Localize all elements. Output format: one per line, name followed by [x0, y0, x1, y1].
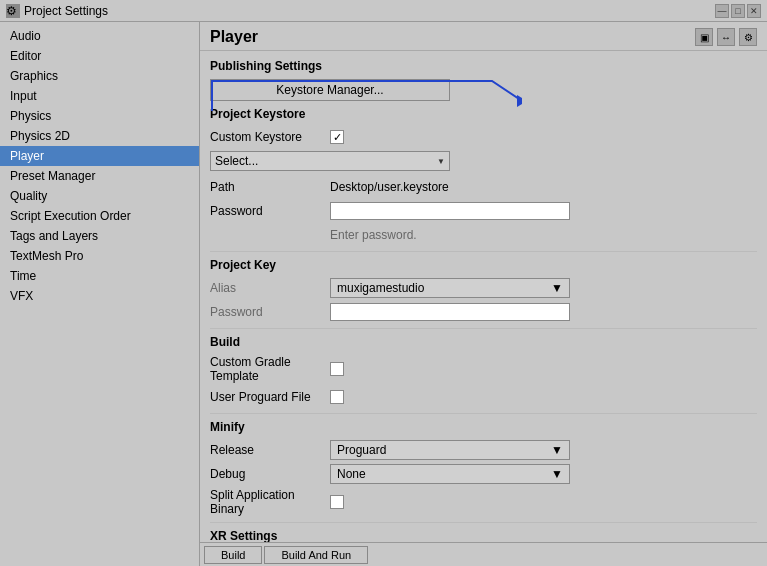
minify-release-arrow-icon: ▼ [551, 443, 563, 457]
minify-title: Minify [210, 420, 757, 434]
minify-release-row: Release Proguard ▼ [210, 440, 757, 460]
minify-release-dropdown[interactable]: Proguard ▼ [330, 440, 570, 460]
project-key-password-input[interactable] [330, 303, 570, 321]
publishing-settings-title: Publishing Settings [210, 59, 757, 73]
split-app-checkbox[interactable] [330, 495, 344, 509]
title-bar: ⚙ Project Settings — □ ✕ [0, 0, 767, 22]
minify-debug-arrow-icon: ▼ [551, 467, 563, 481]
path-row: Path Desktop/user.keystore [210, 177, 757, 197]
window-icon: ⚙ [6, 4, 20, 18]
content-header: Player ▣ ↔ ⚙ [200, 22, 767, 51]
custom-gradle-checkbox[interactable] [330, 362, 344, 376]
alias-dropdown[interactable]: muxigamestudio ▼ [330, 278, 570, 298]
sidebar-item-player[interactable]: Player [0, 146, 199, 166]
user-proguard-row: User Proguard File [210, 387, 757, 407]
sidebar-item-tagsandlayers[interactable]: Tags and Layers [0, 226, 199, 246]
sidebar-item-audio[interactable]: Audio [0, 26, 199, 46]
keystore-manager-row: Keystore Manager... [210, 79, 757, 101]
layout-icon-button[interactable]: ▣ [695, 28, 713, 46]
alias-dropdown-arrow-icon: ▼ [551, 281, 563, 295]
content-scroll[interactable]: Publishing Settings Keystore Manager... … [200, 51, 767, 542]
user-proguard-label: User Proguard File [210, 390, 330, 404]
keystore-select-label: Select... [215, 154, 258, 168]
main-panel: Publishing Settings Keystore Manager... … [200, 51, 767, 542]
sidebar-item-graphics[interactable]: Graphics [0, 66, 199, 86]
minify-release-value: Proguard [337, 443, 386, 457]
window-controls: — □ ✕ [715, 4, 761, 18]
divider-1 [210, 251, 757, 252]
path-label: Path [210, 180, 330, 194]
window-title: Project Settings [24, 4, 715, 18]
minify-release-label: Release [210, 443, 330, 457]
build-button[interactable]: Build [204, 546, 262, 564]
sidebar-item-quality[interactable]: Quality [0, 186, 199, 206]
split-app-row: Split Application Binary [210, 488, 757, 516]
custom-keystore-checkbox[interactable] [330, 130, 344, 144]
user-proguard-checkbox[interactable] [330, 390, 344, 404]
project-key-title: Project Key [210, 258, 757, 272]
svg-marker-0 [517, 95, 522, 107]
keystore-manager-button[interactable]: Keystore Manager... [210, 79, 450, 101]
alias-row: Alias muxigamestudio ▼ [210, 278, 757, 298]
xr-settings-title: XR Settings [210, 529, 757, 542]
enter-password-hint-row: Enter password. [210, 225, 757, 245]
password-row: Password [210, 201, 757, 221]
bottom-toolbar: Build Build And Run [200, 542, 767, 566]
sidebar-item-scriptexecution[interactable]: Script Execution Order [0, 206, 199, 226]
path-value: Desktop/user.keystore [330, 180, 757, 194]
main-container: Audio Editor Graphics Input Physics Phys… [0, 22, 767, 566]
dropdown-arrow-icon: ▼ [437, 157, 445, 166]
resize-icon-button[interactable]: ↔ [717, 28, 735, 46]
divider-2 [210, 328, 757, 329]
password-label: Password [210, 204, 330, 218]
maximize-button[interactable]: □ [731, 4, 745, 18]
custom-keystore-row: Custom Keystore [210, 127, 757, 147]
enter-password-hint: Enter password. [330, 228, 757, 242]
custom-gradle-label: Custom Gradle Template [210, 355, 330, 383]
minify-debug-value: None [337, 467, 366, 481]
sidebar-item-time[interactable]: Time [0, 266, 199, 286]
alias-label: Alias [210, 281, 330, 295]
content-area: Player ▣ ↔ ⚙ Publishing Settings Keystor… [200, 22, 767, 566]
keystore-select-dropdown[interactable]: Select... ▼ [210, 151, 450, 171]
page-title: Player [210, 28, 695, 46]
project-key-password-row: Password [210, 302, 757, 322]
custom-gradle-row: Custom Gradle Template [210, 355, 757, 383]
sidebar-item-editor[interactable]: Editor [0, 46, 199, 66]
alias-value: muxigamestudio [337, 281, 424, 295]
sidebar-item-textmeshpro[interactable]: TextMesh Pro [0, 246, 199, 266]
minify-debug-row: Debug None ▼ [210, 464, 757, 484]
sidebar-item-presetmanager[interactable]: Preset Manager [0, 166, 199, 186]
header-icons: ▣ ↔ ⚙ [695, 28, 757, 46]
divider-3 [210, 413, 757, 414]
password-input[interactable] [330, 202, 570, 220]
project-key-password-label: Password [210, 305, 330, 319]
sidebar-item-physics[interactable]: Physics [0, 106, 199, 126]
settings-icon-button[interactable]: ⚙ [739, 28, 757, 46]
minimize-button[interactable]: — [715, 4, 729, 18]
build-and-run-button[interactable]: Build And Run [264, 546, 368, 564]
divider-4 [210, 522, 757, 523]
minify-debug-dropdown[interactable]: None ▼ [330, 464, 570, 484]
split-app-label: Split Application Binary [210, 488, 330, 516]
sidebar-item-input[interactable]: Input [0, 86, 199, 106]
build-title: Build [210, 335, 757, 349]
sidebar-item-vfx[interactable]: VFX [0, 286, 199, 306]
minify-debug-label: Debug [210, 467, 330, 481]
close-button[interactable]: ✕ [747, 4, 761, 18]
custom-keystore-label: Custom Keystore [210, 130, 330, 144]
sidebar-item-physics2d[interactable]: Physics 2D [0, 126, 199, 146]
project-keystore-title: Project Keystore [210, 107, 757, 121]
sidebar: Audio Editor Graphics Input Physics Phys… [0, 22, 200, 566]
